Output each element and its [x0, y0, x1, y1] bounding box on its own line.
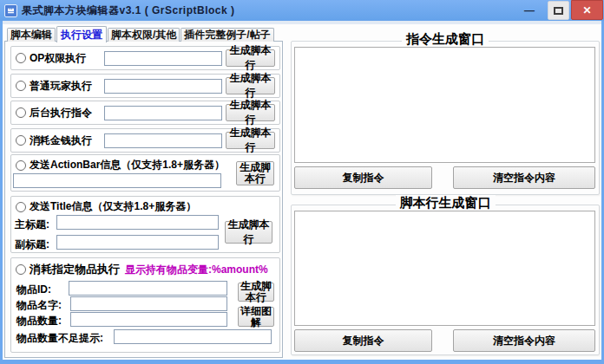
op-exec-row: OP权限执行 生成脚本行: [10, 46, 280, 70]
maximize-button[interactable]: [548, 1, 569, 20]
item-id-input[interactable]: [69, 281, 227, 296]
item-detail-button[interactable]: 详细图解: [238, 307, 274, 327]
console-exec-input[interactable]: [104, 106, 222, 120]
title-radio[interactable]: [16, 202, 26, 212]
item-count-input[interactable]: [70, 312, 227, 327]
actionbar-label: 发送ActionBar信息（仅支持1.8+服务器）: [30, 158, 225, 172]
money-exec-generate-button[interactable]: 生成脚本行: [226, 132, 275, 149]
maximize-icon: [554, 7, 563, 15]
actionbar-radio[interactable]: [16, 160, 26, 171]
tab-permissions-other[interactable]: 脚本权限/其他: [108, 28, 180, 42]
scriptline-panel-title: 脚本行生成窗口: [291, 195, 600, 211]
tab-script-edit[interactable]: 脚本编辑: [7, 28, 56, 42]
tab-exec-settings[interactable]: 执行设置: [56, 26, 107, 42]
op-exec-radio[interactable]: [16, 53, 26, 63]
command-panel-title: 指令生成窗口: [291, 31, 600, 48]
command-output-area[interactable]: [294, 47, 595, 163]
item-group: 消耗指定物品执行 显示持有物品变量:%amount% 物品ID: 物品名字: 物…: [10, 257, 280, 353]
player-exec-row: 普通玩家执行 生成脚本行: [10, 74, 280, 98]
item-amount-hint: 显示持有物品变量:%amount%: [125, 263, 268, 277]
item-count-label: 物品数量:: [16, 314, 62, 328]
minimize-icon: —: [524, 4, 535, 16]
money-exec-label: 消耗金钱执行: [30, 133, 104, 148]
clear-scriptline-button[interactable]: 清空指令内容: [453, 329, 595, 352]
money-exec-row: 消耗金钱执行 生成脚本行: [10, 128, 280, 153]
clear-command-button[interactable]: 清空指令内容: [453, 166, 595, 189]
sub-title-label: 副标题:: [15, 237, 49, 252]
main-title-input[interactable]: [56, 215, 219, 230]
console-exec-radio[interactable]: [16, 107, 26, 118]
item-generate-button[interactable]: 生成脚本行: [238, 283, 274, 302]
copy-command-button[interactable]: 复制指令: [294, 166, 432, 189]
title-generate-button[interactable]: 生成脚本行: [225, 221, 272, 244]
player-exec-radio[interactable]: [16, 81, 26, 91]
main-title-label: 主标题:: [15, 218, 49, 232]
op-exec-input[interactable]: [104, 51, 222, 66]
tab-plugin-examples[interactable]: 插件完整例子/帖子: [181, 28, 273, 42]
app-window: 果式脚本方块编辑器v3.1 ( GrScriptBlock ) — ✕ 脚本编辑…: [0, 0, 604, 364]
copy-scriptline-button[interactable]: 复制指令: [294, 329, 432, 352]
console-exec-row: 后台执行指令 生成脚本行: [10, 101, 280, 125]
close-button[interactable]: ✕: [571, 0, 603, 20]
minimize-button[interactable]: —: [518, 2, 541, 19]
op-exec-label: OP权限执行: [30, 51, 104, 66]
titlebar[interactable]: 果式脚本方块编辑器v3.1 ( GrScriptBlock ) — ✕: [0, 0, 604, 21]
titlebar-shadow: [3, 21, 601, 24]
window-controls: — ✕: [518, 0, 604, 21]
money-exec-input[interactable]: [104, 133, 222, 148]
item-warn-label: 物品数量不足提示:: [16, 331, 103, 346]
actionbar-input[interactable]: [13, 173, 221, 188]
player-exec-generate-button[interactable]: 生成脚本行: [226, 77, 275, 94]
app-icon: [4, 4, 17, 17]
player-exec-input[interactable]: [104, 79, 222, 94]
title-label: 发送Title信息（仅支持1.8+服务器）: [30, 199, 196, 214]
item-radio[interactable]: [16, 264, 26, 275]
actionbar-generate-button[interactable]: 生成脚本行: [236, 161, 274, 185]
close-icon: ✕: [582, 4, 591, 16]
sub-title-input[interactable]: [56, 235, 219, 250]
window-title: 果式脚本方块编辑器v3.1 ( GrScriptBlock ): [22, 3, 235, 18]
tab-bar: 脚本编辑 执行设置 脚本权限/其他 插件完整例子/帖子: [7, 26, 275, 42]
item-label: 消耗指定物品执行: [30, 262, 120, 277]
console-exec-generate-button[interactable]: 生成脚本行: [226, 104, 275, 121]
op-exec-generate-button[interactable]: 生成脚本行: [226, 49, 275, 67]
item-warn-input[interactable]: [114, 329, 272, 344]
item-name-label: 物品名字:: [16, 298, 62, 313]
actionbar-group: 发送ActionBar信息（仅支持1.8+服务器） 生成脚本行: [10, 154, 280, 192]
item-name-input[interactable]: [70, 296, 227, 311]
scriptline-output-area[interactable]: [294, 211, 595, 326]
item-id-label: 物品ID:: [16, 283, 51, 297]
console-exec-label: 后台执行指令: [30, 106, 104, 120]
title-group: 发送Title信息（仅支持1.8+服务器） 主标题: 副标题: 生成脚本行: [10, 196, 280, 253]
money-exec-radio[interactable]: [16, 135, 26, 146]
player-exec-label: 普通玩家执行: [30, 79, 104, 94]
